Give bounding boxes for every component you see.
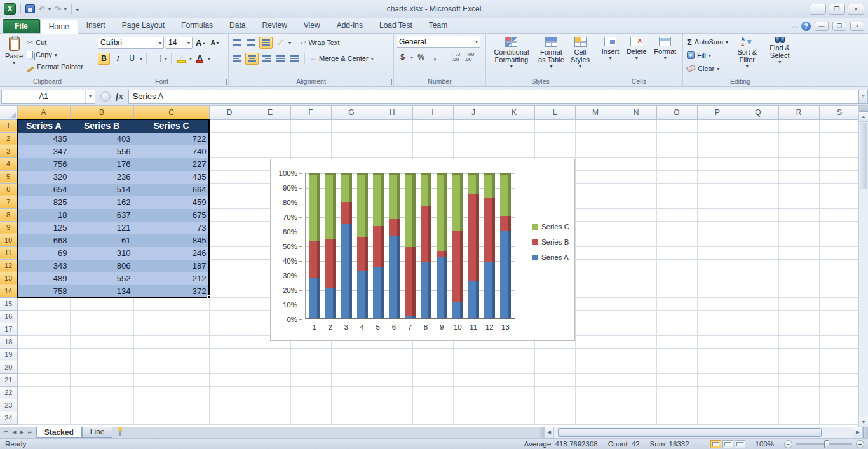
grid-cell-O9[interactable] [656, 221, 697, 234]
column-header-i[interactable]: I [412, 106, 453, 119]
grid-cell-I2[interactable] [412, 132, 453, 145]
tab-formulas[interactable]: Formulas [173, 19, 221, 33]
grid-cell-I1[interactable] [412, 119, 453, 132]
grid-cell-R21[interactable] [778, 373, 819, 386]
grid-cell-M20[interactable] [575, 361, 616, 373]
grid-cell-Q17[interactable] [738, 323, 778, 335]
grid-cell-C16[interactable] [133, 310, 209, 323]
grid-cell-A1[interactable]: Series A [17, 119, 70, 132]
bar-segment-series-a[interactable] [309, 278, 320, 318]
grid-cell-E22[interactable] [250, 386, 290, 399]
resize-grip[interactable] [863, 427, 868, 438]
grid-cell-A2[interactable]: 435 [17, 132, 70, 145]
zoom-in-icon[interactable]: + [856, 440, 864, 448]
grid-cell-R7[interactable] [778, 196, 819, 208]
grid-cell-S10[interactable] [819, 234, 860, 246]
grid-cell-A22[interactable] [17, 386, 70, 399]
row-header-16[interactable]: 16 [0, 310, 17, 323]
grid-cell-G20[interactable] [331, 361, 372, 373]
column-header-j[interactable]: J [453, 106, 494, 119]
row-header-3[interactable]: 3 [0, 145, 17, 157]
number-format-select[interactable]: General▾ [397, 36, 480, 48]
find-select-button[interactable]: Find & Select▾ [764, 36, 795, 77]
scroll-down-icon[interactable]: ▼ [859, 417, 868, 427]
grid-cell-S7[interactable] [819, 196, 860, 208]
grid-cell-D21[interactable] [209, 373, 250, 386]
grid-cell-O15[interactable] [656, 297, 697, 310]
align-bottom-button[interactable] [259, 37, 273, 49]
grid-cell-N4[interactable] [616, 157, 656, 170]
grid-cell-F19[interactable] [290, 348, 331, 361]
grid-cell-H19[interactable] [372, 348, 412, 361]
orientation-button[interactable]: ⟋ [275, 37, 287, 49]
bar-segment-series-a[interactable] [421, 262, 431, 318]
grid-cell-H21[interactable] [372, 373, 412, 386]
align-right-button[interactable] [261, 53, 273, 65]
legend-item-series-c[interactable]: Series C [532, 223, 569, 231]
stacked-bar-3[interactable] [341, 173, 352, 318]
align-top-button[interactable] [231, 37, 243, 49]
grid-cell-O6[interactable] [656, 183, 697, 196]
bar-segment-series-a[interactable] [437, 257, 447, 318]
row-header-9[interactable]: 9 [0, 221, 17, 234]
zoom-slider-thumb[interactable] [824, 440, 829, 448]
grid-cell-M11[interactable] [575, 246, 616, 259]
grid-cell-S1[interactable] [819, 119, 860, 132]
grid-cell-D16[interactable] [209, 310, 250, 323]
grid-cell-Q5[interactable] [738, 170, 778, 183]
grid-cell-R6[interactable] [778, 183, 819, 196]
tab-team[interactable]: Team [421, 19, 456, 33]
grid-cell-N17[interactable] [616, 323, 656, 335]
grid-cell-N22[interactable] [616, 386, 656, 399]
grid-cell-N11[interactable] [616, 246, 656, 259]
grid-cell-D18[interactable] [209, 335, 250, 348]
grid-cell-D3[interactable] [209, 145, 250, 157]
grid-cell-P7[interactable] [697, 196, 738, 208]
row-header-15[interactable]: 15 [0, 297, 17, 310]
grid-cell-P10[interactable] [697, 234, 738, 246]
column-header-o[interactable]: O [656, 106, 697, 119]
grid-cell-S8[interactable] [819, 208, 860, 221]
font-color-button[interactable]: A [194, 53, 206, 65]
grid-cell-S24[interactable] [819, 412, 860, 424]
zoom-level[interactable]: 100% [756, 440, 774, 448]
grow-font-button[interactable]: A▲ [194, 37, 207, 49]
grid-cell-J3[interactable] [453, 145, 494, 157]
row-header-21[interactable]: 21 [0, 373, 17, 386]
grid-cell-S4[interactable] [819, 157, 860, 170]
grid-cell-M19[interactable] [575, 348, 616, 361]
row-header-1[interactable]: 1 [0, 119, 17, 132]
grid-cell-Q7[interactable] [738, 196, 778, 208]
column-header-b[interactable]: B [70, 106, 133, 119]
tab-review[interactable]: Review [254, 19, 295, 33]
grid-cell-N18[interactable] [616, 335, 656, 348]
grid-cell-M23[interactable] [575, 399, 616, 412]
bar-segment-series-c[interactable] [341, 173, 352, 202]
undo-dropdown-icon[interactable]: ▾ [48, 6, 51, 12]
sheet-tab-stacked[interactable]: Stacked [36, 426, 82, 438]
chart-legend[interactable]: Series CSeries BSeries A [532, 223, 569, 261]
bar-segment-series-c[interactable] [309, 173, 320, 241]
grid-cell-B6[interactable]: 514 [70, 183, 133, 196]
stacked-bar-13[interactable] [500, 173, 511, 318]
grid-cell-N14[interactable] [616, 285, 656, 297]
grid-cell-A15[interactable] [17, 297, 70, 310]
grid-cell-B17[interactable] [70, 323, 133, 335]
minimize-ribbon-icon[interactable]: ︿ [792, 22, 797, 30]
grid-cell-G19[interactable] [331, 348, 372, 361]
grid-cell-D15[interactable] [209, 297, 250, 310]
grid-cell-N12[interactable] [616, 259, 656, 272]
vertical-scroll-thumb[interactable] [860, 123, 867, 189]
grid-cell-N13[interactable] [616, 272, 656, 285]
grid-cell-M22[interactable] [575, 386, 616, 399]
grid-cell-D22[interactable] [209, 386, 250, 399]
grid-cell-D23[interactable] [209, 399, 250, 412]
minimize-button[interactable]: — [810, 4, 826, 15]
bar-segment-series-c[interactable] [437, 173, 447, 251]
grid-cell-M15[interactable] [575, 297, 616, 310]
grid-cell-O18[interactable] [656, 335, 697, 348]
row-header-17[interactable]: 17 [0, 323, 17, 335]
grid-cell-C5[interactable]: 435 [133, 170, 209, 183]
stacked-bar-5[interactable] [373, 173, 384, 318]
bar-segment-series-c[interactable] [484, 173, 495, 198]
